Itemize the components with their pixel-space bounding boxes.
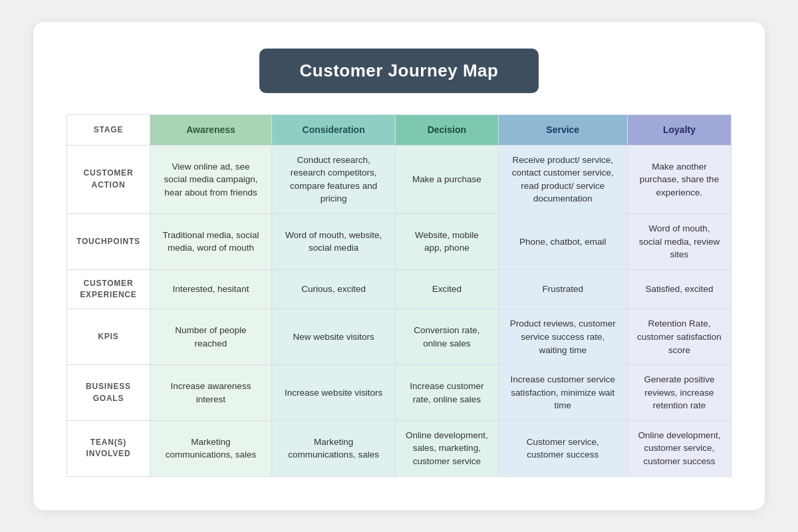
col-header-service: Service [498, 115, 627, 145]
cell-0-0: View online ad, see social media campaig… [150, 145, 271, 213]
cell-3-2: Conversion rate, online sales [396, 309, 498, 365]
cell-5-3: Customer service, customer success [498, 420, 627, 476]
table-row: CUSTOMER EXPERIENCEInterested, hesitantC… [67, 269, 732, 309]
cell-4-1: Increase website visitors [272, 365, 396, 421]
table-row: BUSINESS GOALSIncrease awareness interes… [67, 365, 732, 421]
cell-5-0: Marketing communications, sales [150, 420, 271, 476]
row-label-5: TEAN(S) INVOLVED [67, 420, 150, 476]
cell-2-4: Satisfied, excited [627, 269, 731, 309]
cell-2-1: Curious, excited [272, 269, 396, 309]
cell-0-2: Make a purchase [396, 145, 498, 213]
row-label-1: TOUCHPOINTS [67, 214, 150, 270]
cell-5-4: Online development, customer service, cu… [627, 420, 731, 476]
cell-0-3: Receive product/ service, contact custom… [498, 145, 627, 213]
row-label-2: CUSTOMER EXPERIENCE [67, 269, 150, 309]
title-box: Customer Journey Map [259, 49, 539, 93]
stage-header: STAGE [67, 115, 150, 145]
page-title: Customer Journey Map [286, 61, 512, 81]
cell-1-0: Traditional media, social media, word of… [150, 214, 271, 270]
cell-3-3: Product reviews, customer service succes… [498, 309, 627, 365]
cell-3-1: New website visitors [272, 309, 396, 365]
cell-2-3: Frustrated [498, 269, 627, 309]
row-label-3: KPIS [67, 309, 150, 365]
table-row: TOUCHPOINTSTraditional media, social med… [67, 214, 732, 270]
col-header-loyalty: Loyalty [627, 115, 731, 145]
col-header-consideration: Consideration [272, 115, 396, 145]
cell-1-4: Word of mouth, social media, review site… [627, 214, 731, 270]
cell-2-2: Excited [396, 269, 498, 309]
table-row: CUSTOMER ACTIONView online ad, see socia… [67, 145, 732, 213]
row-label-0: CUSTOMER ACTION [67, 145, 150, 213]
col-header-decision: Decision [396, 115, 498, 145]
cell-5-1: Marketing communications, sales [272, 420, 396, 476]
cell-1-2: Website, mobile app, phone [396, 214, 498, 270]
col-header-awareness: Awareness [150, 115, 271, 145]
cell-4-2: Increase customer rate, online sales [396, 365, 498, 421]
cell-3-4: Retention Rate, customer satisfaction sc… [627, 309, 731, 365]
journey-map-table: STAGE Awareness Consideration Decision S… [66, 114, 732, 476]
cell-3-0: Number of people reached [150, 309, 271, 365]
cell-0-1: Conduct research, research competitors, … [272, 145, 396, 213]
table-row: TEAN(S) INVOLVEDMarketing communications… [67, 420, 732, 476]
cell-4-4: Generate positive reviews, increase rete… [627, 365, 731, 421]
cell-2-0: Interested, hesitant [150, 269, 271, 309]
card: Customer Journey Map STAGE Awareness Con… [33, 22, 765, 509]
cell-4-3: Increase customer service satisfaction, … [498, 365, 627, 421]
cell-5-2: Online development, sales, marketing, cu… [396, 420, 498, 476]
cell-0-4: Make another purchase, share the experie… [627, 145, 731, 213]
table-row: KPISNumber of people reachedNew website … [67, 309, 732, 365]
cell-4-0: Increase awareness interest [150, 365, 271, 421]
cell-1-3: Phone, chatbot, email [498, 214, 627, 270]
cell-1-1: Word of mouth, website, social media [272, 214, 396, 270]
row-label-4: BUSINESS GOALS [67, 365, 150, 421]
